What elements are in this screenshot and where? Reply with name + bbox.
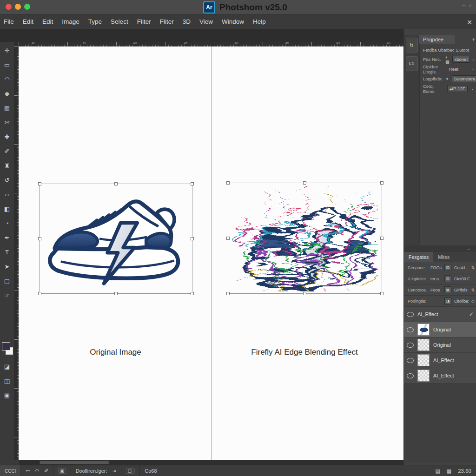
- panel-drag-bar[interactable]: ≡: [404, 245, 476, 252]
- selection-box-original[interactable]: [40, 184, 192, 294]
- healing-tool[interactable]: ✚: [1, 131, 13, 143]
- hand-tool[interactable]: ☞: [1, 289, 13, 301]
- selection-handle[interactable]: [303, 181, 306, 185]
- selection-handle[interactable]: [114, 182, 118, 185]
- original-shoe-image[interactable]: [43, 186, 188, 291]
- close-traffic-light[interactable]: [6, 4, 12, 10]
- chevron-down-icon[interactable]: ⌄: [471, 67, 474, 71]
- selection-handle[interactable]: [380, 181, 383, 185]
- eraser-tool[interactable]: ▱: [1, 188, 13, 200]
- stepper-icon[interactable]: ◇: [471, 299, 475, 304]
- menu-item[interactable]: Help: [253, 18, 266, 25]
- property-value-dropdown[interactable]: xbonet: [452, 56, 470, 63]
- selection-handle[interactable]: [226, 237, 230, 240]
- eye-icon[interactable]: [407, 358, 414, 363]
- scrollbar-thumb[interactable]: [40, 461, 109, 464]
- selection-handle[interactable]: [380, 237, 383, 240]
- shape-tool[interactable]: ▢: [1, 275, 13, 287]
- selection-handle[interactable]: [114, 292, 118, 295]
- selection-handle[interactable]: [191, 292, 194, 295]
- menu-item[interactable]: Type: [88, 18, 102, 25]
- effects-option-icon[interactable]: ◨: [444, 298, 451, 304]
- panel-collapse-icon[interactable]: i1: [406, 38, 418, 53]
- panel-tab[interactable]: Mites: [433, 252, 454, 262]
- property-value-dropdown[interactable]: Reet: [447, 66, 460, 72]
- layer-thumbnail[interactable]: [417, 339, 430, 351]
- color-swatches[interactable]: [1, 342, 13, 356]
- move-tool[interactable]: ✛: [1, 44, 13, 56]
- canvas[interactable]: Original Image Firefly AI Edge Blending …: [19, 46, 403, 460]
- selection-handle[interactable]: [303, 292, 306, 295]
- effects-option-icon[interactable]: ▨: [444, 264, 451, 271]
- menu-item[interactable]: Edit: [42, 18, 53, 25]
- edit-toolbar-tool[interactable]: ▣: [1, 389, 13, 401]
- eye-icon[interactable]: [407, 373, 414, 378]
- quick-select-tool[interactable]: ☻: [1, 87, 13, 99]
- eye-icon[interactable]: [407, 312, 414, 317]
- layer-row[interactable]: Original: [404, 322, 476, 337]
- menu-item[interactable]: Window: [222, 18, 244, 25]
- zoom-traffic-light[interactable]: [24, 4, 30, 10]
- selection-handle[interactable]: [191, 237, 194, 240]
- selection-box-effect[interactable]: [228, 183, 382, 294]
- marquee-tool[interactable]: ▭: [1, 59, 13, 71]
- quick-mask-tool[interactable]: ◪: [1, 360, 13, 372]
- menu-item[interactable]: View: [199, 18, 213, 25]
- brush-icon[interactable]: ✐: [44, 468, 48, 474]
- path-select-tool[interactable]: ➤: [1, 260, 13, 272]
- effects-option-icon[interactable]: ▥: [444, 275, 451, 282]
- status-left-box[interactable]: CCCl: [0, 465, 21, 476]
- status-boxed-icon[interactable]: ▣: [58, 468, 66, 474]
- pen-tool[interactable]: ✒: [1, 231, 13, 244]
- menu-item[interactable]: Edit: [23, 18, 33, 25]
- property-value-dropdown[interactable]: Soemestra: [452, 75, 476, 82]
- eye-icon[interactable]: [407, 327, 414, 332]
- effects-value-1[interactable]: FOOs: [430, 265, 443, 270]
- chevron-down-icon[interactable]: ⌄: [472, 57, 475, 61]
- lasso-icon[interactable]: ◠: [35, 468, 40, 474]
- selection-handle[interactable]: [191, 182, 194, 185]
- blur-tool[interactable]: ◔: [1, 217, 13, 229]
- horizontal-scrollbar[interactable]: [19, 460, 403, 465]
- glitched-shoe-image[interactable]: [232, 185, 378, 291]
- restore-icon[interactable]: ▫: [469, 2, 471, 9]
- menu-item[interactable]: File: [4, 18, 14, 25]
- panel-tab[interactable]: Fesgates: [404, 252, 433, 262]
- layer-thumbnail[interactable]: [417, 370, 430, 382]
- property-value-dropdown[interactable]: ⇄P·12F: [447, 85, 468, 92]
- panel-collapse-icon[interactable]: L1: [406, 56, 418, 71]
- selection-handle[interactable]: [38, 182, 41, 185]
- grid-icon[interactable]: ▦: [447, 468, 451, 474]
- minimize-traffic-light[interactable]: [15, 4, 21, 10]
- stepper-icon[interactable]: ⇅: [471, 265, 475, 270]
- eye-icon[interactable]: [407, 343, 414, 348]
- layer-row[interactable]: AI_Effect: [404, 353, 476, 368]
- gradient-tool[interactable]: ◧: [1, 203, 13, 215]
- screen-mode-tool[interactable]: ◫: [1, 375, 13, 387]
- layer-row[interactable]: AI_Effect: [404, 368, 476, 383]
- frame-icon[interactable]: ▭: [26, 468, 30, 474]
- effects-option-icon[interactable]: ▩: [444, 286, 451, 293]
- effects-value-2[interactable]: Citolibe:: [454, 299, 470, 304]
- layer-thumbnail[interactable]: [417, 324, 430, 336]
- layer-row[interactable]: Original: [404, 337, 476, 353]
- brush-tool[interactable]: ✐: [1, 145, 13, 157]
- effects-value-1[interactable]: ter a: [430, 277, 443, 281]
- effects-value-1[interactable]: Fooe: [430, 288, 443, 292]
- image-icon[interactable]: ▤: [435, 468, 440, 474]
- selection-handle[interactable]: [380, 292, 383, 295]
- lasso-tool[interactable]: ◠: [1, 73, 13, 85]
- crop-tool[interactable]: ▦: [1, 102, 13, 114]
- layer-row[interactable]: AI_Effect ✓: [404, 307, 476, 322]
- status-doc-icon[interactable]: ⇥: [112, 468, 116, 474]
- menu-item[interactable]: Fliter: [160, 18, 174, 25]
- layer-thumbnail[interactable]: [417, 354, 430, 366]
- effects-value-2[interactable]: Giribds: [454, 288, 469, 292]
- effects-value-2[interactable]: Cosld...: [454, 265, 469, 270]
- panel-grip-icon[interactable]: ≡: [468, 247, 470, 251]
- status-mid-icon[interactable]: ▢·: [126, 468, 135, 474]
- foreground-color-swatch[interactable]: [2, 342, 10, 350]
- menu-item[interactable]: Select: [111, 18, 128, 25]
- type-tool[interactable]: T: [1, 246, 13, 258]
- panel-menu-icon[interactable]: ▾: [472, 37, 475, 42]
